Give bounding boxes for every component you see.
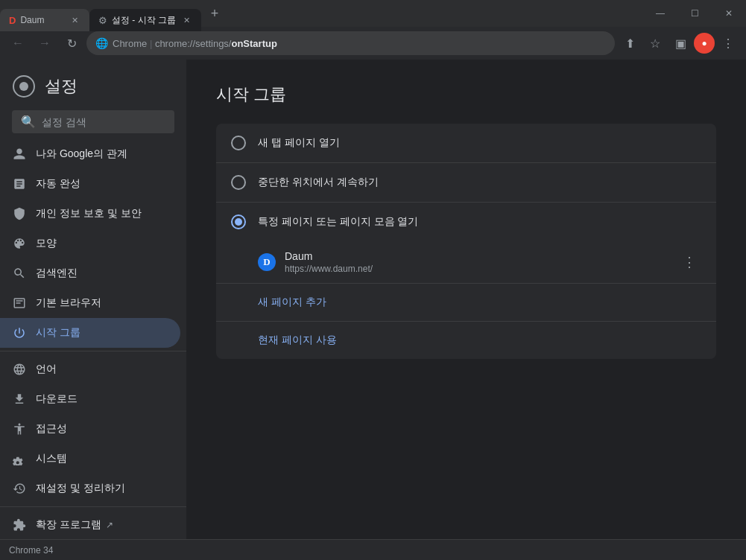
refresh-icon: ↻ xyxy=(67,36,77,51)
search-box[interactable]: 🔍 xyxy=(12,110,174,133)
chrome-icon: 🌐 xyxy=(95,37,108,49)
option-row-specific[interactable]: 특정 페이지 또는 페이지 모음 열기 xyxy=(216,203,716,241)
sidebar-item-label-extensions: 확장 프로그램 ↗ xyxy=(36,518,113,532)
address-url-path: onStartup xyxy=(231,38,276,49)
minimize-button[interactable]: — xyxy=(643,0,677,27)
sidebar-item-autofill[interactable]: 자동 완성 xyxy=(0,169,180,199)
use-current-row: 현재 페이지 사용 xyxy=(216,322,716,359)
back-icon: ← xyxy=(12,36,24,50)
sidebar-item-label-reset: 재설정 및 정리하기 xyxy=(36,482,125,495)
address-separator: | xyxy=(150,38,155,49)
sidebar-item-label-google: 나와 Google의 관계 xyxy=(36,147,127,161)
sidebar-item-appearance[interactable]: 모양 xyxy=(0,229,180,258)
site-info: Daum https://www.daum.net/ xyxy=(285,250,668,274)
option-label-new-tab: 새 탭 페이지 열기 xyxy=(258,136,340,150)
option-row-continue[interactable]: 중단한 위치에서 계속하기 xyxy=(216,163,716,203)
sidebar-item-label-system: 시스템 xyxy=(36,452,67,465)
sidebar-item-language[interactable]: 언어 xyxy=(0,354,180,384)
radio-inner xyxy=(235,218,242,226)
sidebar-item-label-autofill: 자동 완성 xyxy=(36,177,80,191)
radio-specific[interactable] xyxy=(231,214,246,229)
autofill-icon xyxy=(12,176,27,191)
add-page-row: 새 페이지 추가 xyxy=(216,284,716,322)
option-label-continue: 중단한 위치에서 계속하기 xyxy=(258,176,379,189)
sidebar-divider-2 xyxy=(0,506,186,507)
maximize-button[interactable]: ☐ xyxy=(677,0,712,27)
add-page-link[interactable]: 새 페이지 추가 xyxy=(258,296,326,308)
settings-tab-close[interactable]: ✕ xyxy=(180,14,192,26)
svg-point-1 xyxy=(19,82,28,91)
sidebar-item-extensions[interactable]: 확장 프로그램 ↗ xyxy=(0,510,180,540)
site-menu-button[interactable]: ⋮ xyxy=(677,250,701,274)
option-row-new-tab[interactable]: 새 탭 페이지 열기 xyxy=(216,124,716,163)
sidebar-item-download[interactable]: 다운로드 xyxy=(0,384,180,414)
tab-daum[interactable]: D Daum ✕ xyxy=(0,9,89,31)
new-tab-button[interactable]: + xyxy=(204,3,225,24)
menu-button[interactable]: ⋮ xyxy=(716,31,740,55)
sidebar-item-label-search: 검색엔진 xyxy=(36,267,78,280)
option-label-specific: 특정 페이지 또는 페이지 모음 열기 xyxy=(258,215,418,229)
sidebar-item-accessibility[interactable]: 접근성 xyxy=(0,414,180,444)
main-layout: 설정 🔍 나와 Google의 관계 자동 완성 개인 정보 보 xyxy=(0,60,746,560)
address-bar[interactable]: 🌐 Chrome | chrome://settings/onStartup xyxy=(86,31,615,55)
sidebar-item-label-appearance: 모양 xyxy=(36,237,57,250)
external-link-icon: ↗ xyxy=(106,520,113,530)
forward-button[interactable]: → xyxy=(33,31,57,55)
more-vert-icon: ⋮ xyxy=(683,254,696,270)
page-title: 시작 그룹 xyxy=(216,83,716,106)
startup-icon xyxy=(12,325,27,340)
extensions-icon xyxy=(12,518,27,532)
sidebar-item-label-download: 다운로드 xyxy=(36,392,78,406)
settings-tab-label: 설정 - 시작 그룹 xyxy=(112,14,176,27)
tab-settings[interactable]: ⚙ 설정 - 시작 그룹 ✕ xyxy=(89,9,201,31)
bookmark-icon: ☆ xyxy=(650,36,660,51)
share-button[interactable]: ⬆ xyxy=(618,31,642,55)
sidebar-item-google[interactable]: 나와 Google의 관계 xyxy=(0,139,180,169)
settings-logo xyxy=(12,74,36,98)
footer: Chrome 34 xyxy=(0,539,746,560)
sidebar-toggle-icon: ▣ xyxy=(675,36,686,51)
sidebar-item-search[interactable]: 검색엔진 xyxy=(0,258,180,288)
daum-tab-label: Daum xyxy=(20,15,44,25)
address-chrome-text: Chrome xyxy=(113,38,147,49)
search-engine-icon xyxy=(12,266,27,281)
site-entry-daum: D Daum https://www.daum.net/ ⋮ xyxy=(216,241,716,284)
address-chrome: Chrome | chrome://settings/onStartup xyxy=(113,38,277,49)
sidebar-item-startup[interactable]: 시작 그룹 xyxy=(0,318,180,348)
forward-icon: → xyxy=(39,36,51,50)
sidebar-item-label-startup: 시작 그룹 xyxy=(36,326,80,340)
system-icon xyxy=(12,451,27,466)
daum-tab-close[interactable]: ✕ xyxy=(69,14,80,26)
radio-continue[interactable] xyxy=(231,175,246,190)
download-icon xyxy=(12,392,27,407)
search-input[interactable] xyxy=(42,116,172,128)
titlebar: D Daum ✕ ⚙ 설정 - 시작 그룹 ✕ + — ☐ ✕ xyxy=(0,0,746,27)
record-button[interactable]: ● xyxy=(694,33,715,54)
settings-tab-icon: ⚙ xyxy=(98,15,107,26)
close-button[interactable]: ✕ xyxy=(712,0,746,27)
accessibility-icon xyxy=(12,421,27,436)
menu-icon: ⋮ xyxy=(722,36,734,51)
nav-actions: ⬆ ☆ ▣ ● ⋮ xyxy=(618,31,740,55)
settings-title: 설정 xyxy=(45,75,78,98)
share-icon: ⬆ xyxy=(625,36,635,51)
sidebar-header: 설정 xyxy=(0,66,186,110)
site-name: Daum xyxy=(285,250,668,262)
sidebar-item-reset[interactable]: 재설정 및 정리하기 xyxy=(0,474,180,503)
sidebar-toggle-button[interactable]: ▣ xyxy=(668,31,692,55)
window-controls: — ☐ ✕ xyxy=(643,0,746,27)
back-button[interactable]: ← xyxy=(6,31,30,55)
refresh-button[interactable]: ↻ xyxy=(60,31,83,55)
sidebar-item-privacy[interactable]: 개인 정보 보호 및 보안 xyxy=(0,199,180,229)
sidebar-divider xyxy=(0,351,186,351)
use-current-link[interactable]: 현재 페이지 사용 xyxy=(258,334,337,346)
sidebar-search: 🔍 xyxy=(0,110,186,139)
bookmark-button[interactable]: ☆ xyxy=(643,31,667,55)
sidebar-item-system[interactable]: 시스템 xyxy=(0,444,180,474)
sidebar-item-browser[interactable]: 기본 브라우저 xyxy=(0,288,180,318)
navbar: ← → ↻ 🌐 Chrome | chrome://settings/onSta… xyxy=(0,27,746,60)
sidebar-item-label-browser: 기본 브라우저 xyxy=(36,296,101,310)
privacy-icon xyxy=(12,206,27,221)
radio-new-tab[interactable] xyxy=(231,136,246,150)
sidebar-item-label-privacy: 개인 정보 보호 및 보안 xyxy=(36,207,142,220)
